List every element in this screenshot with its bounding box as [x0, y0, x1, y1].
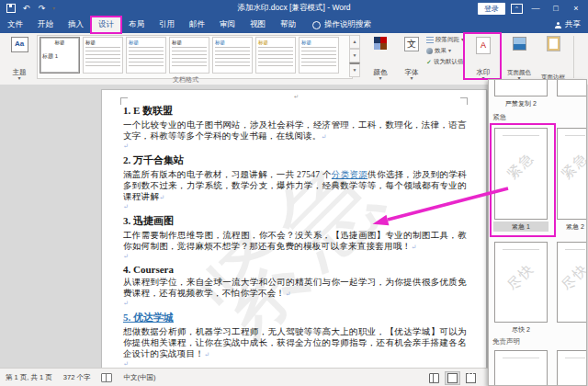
doc-paragraph[interactable]: 涵盖所有版本的电子教材，习题讲解，一共 27547 个分类资源供你选择，涉及到的…	[123, 169, 467, 203]
redo-icon[interactable]: ↷	[37, 4, 47, 14]
doc-section-4: 4. Coursera 从课程到学位，来自全球一流大学和公司的精英们与你一起学习…	[123, 264, 467, 308]
set-default-button[interactable]: ✓ 设为默认值	[426, 58, 467, 66]
doc-heading[interactable]: 4. Coursera	[123, 264, 467, 275]
share-person-icon	[555, 22, 561, 28]
paragraph-spacing-icon	[426, 37, 434, 43]
colors-button[interactable]: 颜色 ▾	[366, 35, 395, 83]
watermark-thumb-partial[interactable]	[557, 79, 587, 96]
doc-section-3: 3. 迅捷画图 工作需要制作思维导图，流程图，你不会？没关系，【迅捷画图】专业的…	[123, 214, 467, 261]
style-card[interactable]: 标题	[169, 37, 209, 74]
doc-section-1: 1. E 数联盟 一个比较专业的电子图书网站，涉及社会科学，经济管理，工科，数理…	[123, 104, 467, 151]
style-card[interactable]: 标题	[83, 37, 123, 74]
view-switcher	[426, 371, 479, 385]
doc-heading[interactable]: 1. E 数联盟	[123, 104, 467, 118]
watermark-thumb-partial[interactable]	[494, 350, 548, 386]
doc-paragraph[interactable]: 从课程到学位，来自全球一流大学和公司的精英们与你一起学习，为你提供很多优质免费课…	[123, 277, 467, 300]
tab-layout[interactable]: 布局	[121, 17, 152, 33]
style-card-current[interactable]: 标题 标题 1	[40, 37, 80, 74]
language-indicator[interactable]: 中文(中国)	[123, 373, 155, 382]
tab-file[interactable]: 文件	[0, 17, 30, 33]
gallery-up-icon[interactable]: ▲	[349, 35, 360, 49]
panel-section-disclaimers: 免责声明	[492, 337, 520, 346]
share-button[interactable]: 共享	[555, 17, 588, 33]
tab-review[interactable]: 审阅	[212, 17, 243, 33]
tab-view[interactable]: 视图	[243, 17, 273, 33]
save-icon[interactable]	[6, 4, 16, 14]
gallery-down-icon[interactable]: ▼	[349, 49, 360, 62]
undo-icon[interactable]: ↶	[21, 4, 31, 14]
sign-in-button[interactable]: 登录	[478, 3, 505, 15]
tell-me-search[interactable]: 操作说明搜索	[312, 17, 371, 33]
watermark-thumb-label: 紧急 2	[557, 221, 587, 232]
page-color-button[interactable]: 页面颜色 ▾	[503, 35, 535, 83]
watermark-thumb-do-not-copy-2[interactable]	[494, 79, 548, 96]
doc-paragraph[interactable]: 工作需要制作思维导图，流程图，你不会？没关系，【迅捷画图】专业的制图工具，教你如…	[123, 230, 467, 253]
view-read-icon	[429, 373, 439, 383]
word-count[interactable]: 372 个字	[63, 373, 91, 382]
view-web-icon	[466, 373, 476, 383]
print-layout-button[interactable]	[445, 371, 460, 385]
status-bar: 第 1 页, 共 1 页 372 个字 中文(中国)	[0, 368, 488, 386]
document-content: 1. E 数联盟 一个比较专业的电子图书网站，涉及社会科学，经济管理，工科，数理…	[123, 101, 467, 368]
doc-heading[interactable]: 2. 万千合集站	[123, 153, 467, 167]
page-borders-icon	[548, 37, 560, 51]
watermark-thumb-urgent-2[interactable]: 紧急	[557, 128, 587, 220]
themes-icon: Aa	[11, 37, 28, 52]
doc-heading-link[interactable]: 5. 优达学城	[123, 311, 467, 324]
watermark-thumb-partial[interactable]	[557, 350, 587, 386]
watermark-thumb-asap-2[interactable]: 尽快	[494, 242, 548, 323]
style-card[interactable]: 标题	[212, 37, 253, 74]
themes-button[interactable]: Aa 主题 ▾	[4, 35, 35, 83]
style-set-gallery: 标题 标题 1 标题 标题 标题 标题 标题 标题	[37, 35, 353, 79]
maximize-button[interactable]: □	[548, 4, 563, 13]
close-button[interactable]: ×	[569, 4, 583, 13]
chevron-down-icon: ▾	[17, 76, 20, 81]
paragraph-spacing-button[interactable]: 段落间距 ▾	[426, 36, 467, 44]
gallery-more-icon[interactable]: ▼	[349, 62, 360, 77]
doc-paragraph[interactable]: 想做数据分析师，机器学习工程师，无人驾驶等等高大上的职业，【优达学城】可以为你提…	[123, 326, 467, 360]
chevron-down-icon: ▾	[448, 49, 451, 53]
tab-help[interactable]: 帮助	[273, 17, 303, 33]
tab-mailings[interactable]: 邮件	[182, 17, 212, 33]
tab-references[interactable]: 引用	[152, 17, 182, 33]
page-borders-button[interactable]: 页面边框	[537, 35, 570, 83]
effects-button[interactable]: 效果 ▾	[426, 47, 467, 55]
fonts-icon: 文	[404, 37, 419, 51]
panel-section-urgent: 紧急	[492, 113, 506, 122]
view-print-icon	[447, 373, 458, 383]
style-card[interactable]: 标题	[255, 37, 296, 74]
doc-section-2: 2. 万千合集站 涵盖所有版本的电子教材，习题讲解，一共 27547 个分类资源…	[123, 153, 467, 211]
proofing-icon[interactable]	[101, 373, 112, 382]
style-card[interactable]: 标题	[299, 37, 339, 74]
watermark-thumb-partial[interactable]: 尽快	[557, 242, 587, 323]
tab-insert[interactable]: 插入	[61, 17, 91, 33]
ribbon-design: Aa 主题 ▾ 标题 标题 1 标题 标题 标题 标题 标题 标题 ▲ ▼ ▼ …	[0, 33, 588, 85]
chevron-down-icon: ▾	[379, 76, 381, 81]
chevron-down-icon: ▾	[410, 76, 413, 81]
doc-paragraph[interactable]: 一个比较专业的电子图书网站，涉及社会科学，经济管理，工科，数理化，法律，语言文字…	[123, 119, 467, 142]
hyperlink[interactable]: 分类资源	[332, 170, 368, 179]
watermark-gallery-panel: 严禁复制 2 紧急 紧急 紧急 紧急 1 紧急 2 尽快 尽快 尽快 2 免责声…	[488, 79, 587, 386]
gallery-scroll: ▲ ▼ ▼	[349, 35, 360, 75]
page-indicator[interactable]: 第 1 页, 共 1 页	[6, 373, 52, 382]
ribbon-display-options-icon[interactable]: ^	[511, 4, 523, 14]
minimize-button[interactable]: —	[528, 4, 543, 13]
watermark-thumb-label: 严禁复制 2	[493, 98, 548, 108]
tab-home[interactable]: 开始	[30, 17, 61, 33]
doc-section-5: 5. 优达学城 想做数据分析师，机器学习工程师，无人驾驶等等高大上的职业，【优达…	[123, 311, 467, 368]
web-layout-button[interactable]	[463, 371, 479, 385]
page-color-icon	[513, 37, 526, 51]
read-mode-button[interactable]	[426, 371, 442, 385]
qat-caret-icon[interactable]: ▾	[52, 6, 55, 11]
tab-design[interactable]: 设计	[91, 17, 121, 33]
quick-access-toolbar: ↶ ↷ ▾	[0, 4, 55, 14]
group-label-document-formatting: 文档格式	[173, 75, 198, 85]
set-default-check-icon: ✓	[426, 59, 432, 66]
colors-icon	[374, 37, 387, 50]
fonts-button[interactable]: 文 字体 ▾	[397, 35, 426, 83]
ribbon-tabs: 文件 开始 插入 设计 布局 引用 邮件 审阅 视图 帮助 操作说明搜索 共享	[0, 17, 588, 33]
effects-icon	[426, 48, 433, 54]
style-card[interactable]: 标题	[126, 37, 166, 74]
doc-heading[interactable]: 3. 迅捷画图	[123, 214, 467, 228]
document-page[interactable]: 紧急 ↵ 1. E 数联盟 一个比较专业的电子图书网站，涉及社会科学，经济管理，…	[101, 89, 487, 368]
